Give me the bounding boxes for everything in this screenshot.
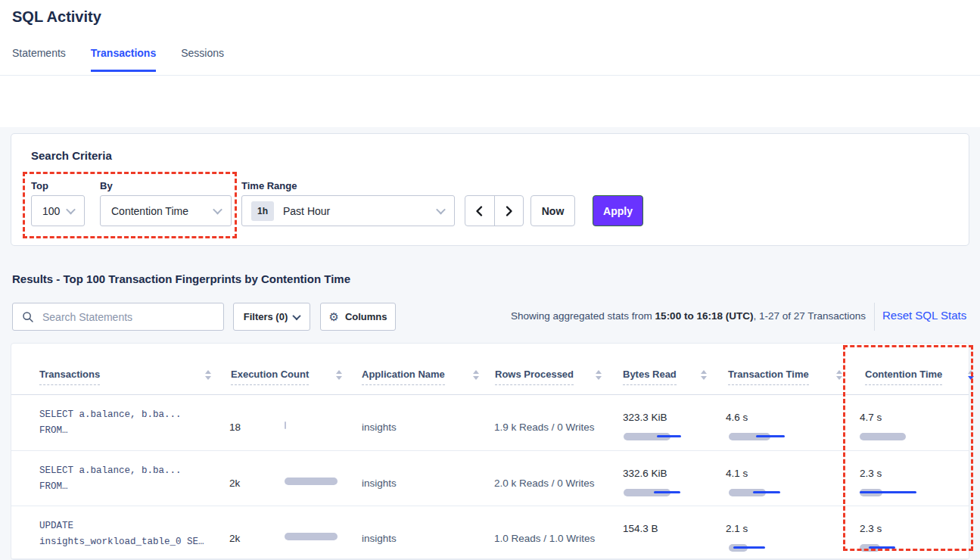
now-button[interactable]: Now — [530, 195, 575, 226]
execution-count-bar — [285, 478, 338, 485]
rows-processed: 1.9 k Reads / 0 Writes — [494, 422, 595, 433]
filters-button[interactable]: Filters (0) — [233, 303, 310, 331]
query-fingerprint: SELECT a.balance, b.ba... — [39, 409, 182, 420]
top-select-value: 100 — [32, 205, 60, 217]
by-select-value: Contention Time — [101, 205, 188, 217]
execution-count: 2k — [229, 533, 240, 544]
search-input[interactable] — [41, 310, 210, 324]
search-criteria-heading: Search Criteria — [31, 149, 112, 162]
tab-transactions[interactable]: Transactions — [91, 47, 156, 72]
sort-icon[interactable] — [836, 370, 844, 380]
column-header-rows-processed[interactable]: Rows Processed — [495, 369, 574, 385]
time-pager — [465, 195, 524, 226]
filters-label: Filters (0) — [244, 311, 288, 322]
application-name: insights — [362, 422, 397, 433]
stats-summary: Showing aggregated stats from 15:00 to 1… — [409, 310, 866, 322]
sort-icon-active-desc[interactable] — [968, 370, 975, 380]
column-header-execution-count[interactable]: Execution Count — [231, 369, 309, 385]
top-select[interactable]: 100 — [31, 195, 85, 226]
bytes-read-bar — [624, 433, 692, 440]
bytes-read-value: 323.3 KiB — [623, 412, 667, 423]
time-next-button[interactable] — [495, 196, 524, 226]
transaction-time-value: 4.1 s — [726, 468, 748, 479]
chevron-left-icon — [474, 205, 486, 217]
sort-icon[interactable] — [701, 370, 708, 380]
chevron-down-icon — [213, 205, 222, 215]
sort-icon[interactable] — [596, 370, 603, 380]
columns-label: Columns — [345, 311, 387, 322]
sort-icon[interactable] — [336, 370, 344, 380]
time-range-badge: 1h — [251, 201, 274, 221]
execution-count-bar — [285, 422, 286, 429]
contention-time-value: 4.7 s — [860, 412, 882, 423]
transaction-time-bar — [729, 489, 797, 496]
results-heading: Results - Top 100 Transaction Fingerprin… — [12, 272, 350, 285]
transaction-time-value: 4.6 s — [726, 412, 748, 423]
tab-bar: Statements Transactions Sessions — [12, 47, 224, 72]
columns-button[interactable]: ⚙ Columns — [320, 303, 396, 331]
table-row[interactable]: SELECT a.balance, b.ba... FROM… 18 insig… — [11, 395, 969, 450]
page-title: SQL Activity — [12, 8, 101, 26]
column-header-transaction-time[interactable]: Transaction Time — [728, 369, 809, 385]
bytes-read-value: 154.3 B — [623, 523, 658, 534]
stats-suffix: , 1-27 of 27 Transactions — [753, 310, 866, 322]
vertical-divider — [874, 303, 875, 331]
table-row[interactable]: SELECT a.balance, b.ba... FROM… 2k insig… — [11, 450, 969, 506]
contention-time-bar — [860, 544, 928, 552]
execution-count-bar — [285, 533, 338, 540]
contention-time-value: 2.3 s — [860, 523, 882, 534]
execution-count: 2k — [229, 478, 240, 489]
sql-activity-page: SQL Activity Statements Transactions Ses… — [0, 0, 980, 560]
chevron-down-icon — [66, 205, 76, 215]
gear-icon: ⚙ — [328, 310, 338, 324]
transaction-time-bar — [729, 544, 797, 552]
query-fingerprint: insights_workload_table_0 SE… — [39, 537, 204, 547]
column-header-transactions[interactable]: Transactions — [39, 369, 100, 385]
bytes-read-value: 332.6 KiB — [623, 468, 667, 479]
table-row[interactable]: UPDATE insights_workload_table_0 SE… 2k … — [11, 506, 969, 560]
contention-time-value: 2.3 s — [860, 468, 882, 479]
search-criteria-card: Search Criteria Top 100 By Contention Ti… — [11, 133, 969, 246]
tab-sessions[interactable]: Sessions — [181, 47, 224, 72]
query-fingerprint: FROM… — [39, 481, 68, 492]
contention-time-bar — [860, 489, 928, 496]
chevron-right-icon — [502, 205, 515, 217]
application-name: insights — [362, 478, 397, 489]
tab-statements[interactable]: Statements — [12, 47, 66, 72]
rows-processed: 2.0 k Reads / 0 Writes — [494, 478, 595, 489]
search-icon — [23, 312, 33, 322]
chevron-down-icon — [436, 205, 446, 215]
time-range-value: Past Hour — [283, 205, 330, 217]
by-select[interactable]: Contention Time — [100, 195, 232, 226]
execution-count: 18 — [229, 422, 241, 433]
column-header-bytes-read[interactable]: Bytes Read — [623, 369, 677, 385]
transaction-time-bar — [729, 433, 797, 440]
column-header-application-name[interactable]: Application Name — [362, 369, 445, 385]
sort-icon[interactable] — [473, 370, 481, 380]
time-range-select[interactable]: 1h Past Hour — [241, 195, 455, 226]
table-bottom-divider — [11, 558, 969, 559]
query-fingerprint: UPDATE — [39, 521, 73, 531]
top-label: Top — [31, 180, 48, 191]
time-range-label: Time Range — [241, 180, 297, 191]
rows-processed: 1.0 Reads / 1.0 Writes — [494, 533, 595, 544]
apply-button[interactable]: Apply — [593, 195, 643, 226]
chevron-down-icon — [293, 311, 301, 319]
query-fingerprint: FROM… — [39, 425, 68, 436]
search-statements-box — [12, 303, 224, 331]
application-name: insights — [362, 533, 397, 544]
view-toggle-bar: Transaction Fingerprints Active Executio… — [0, 76, 980, 127]
bytes-read-bar — [624, 489, 692, 496]
stats-period: 15:00 to 16:18 (UTC) — [655, 310, 754, 322]
contention-time-bar — [860, 433, 928, 440]
column-header-contention-time[interactable]: Contention Time — [865, 369, 942, 385]
by-label: By — [100, 180, 113, 191]
time-prev-button[interactable] — [465, 196, 495, 226]
query-fingerprint: SELECT a.balance, b.ba... — [39, 465, 182, 476]
bytes-read-bar — [624, 544, 692, 552]
stats-prefix: Showing aggregated stats from — [511, 310, 655, 322]
sort-icon[interactable] — [205, 370, 213, 380]
transactions-table: Transactions Execution Count Application… — [11, 343, 969, 560]
reset-sql-stats-link[interactable]: Reset SQL Stats — [882, 309, 966, 322]
transaction-time-value: 2.1 s — [726, 523, 748, 534]
